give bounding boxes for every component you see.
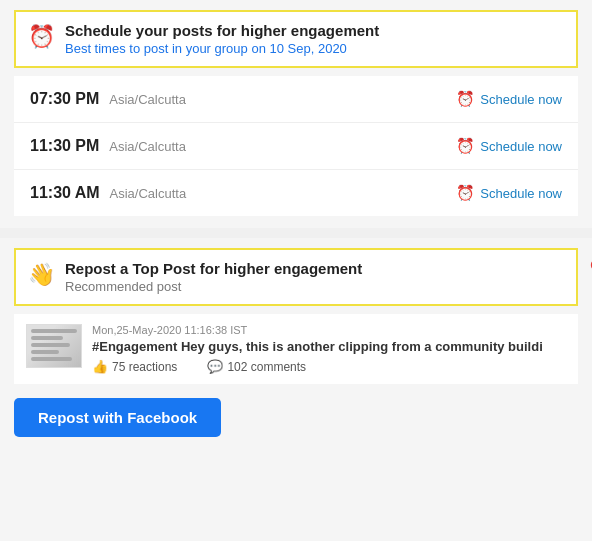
time-slot-1: 07:30 PM Asia/Calcutta ⏰ Schedule now [14,76,578,123]
schedule-now-button-3[interactable]: ⏰ Schedule now [456,184,562,202]
alarm-icon-3: ⏰ [456,184,475,202]
time-slot-2-time: 11:30 PM Asia/Calcutta [30,137,186,155]
section-g-subtitle: Recommended post [65,279,362,294]
clock-icon: ⏰ [28,24,55,50]
schedule-now-button-1[interactable]: ⏰ Schedule now [456,90,562,108]
section-f-title: Schedule your posts for higher engagemen… [65,22,379,39]
time-slot-3: 11:30 AM Asia/Calcutta ⏰ Schedule now [14,170,578,216]
section-f-subtitle: Best times to post in your group on 10 S… [65,41,379,56]
time-slot-1-time: 07:30 PM Asia/Calcutta [30,90,186,108]
post-thumbnail [26,324,82,368]
section-g-title: Repost a Top Post for higher engagement [65,260,362,277]
schedule-now-button-2[interactable]: ⏰ Schedule now [456,137,562,155]
time-slots-container: 07:30 PM Asia/Calcutta ⏰ Schedule now 11… [14,76,578,216]
comments-count: 102 comments [227,360,306,374]
time-slot-2: 11:30 PM Asia/Calcutta ⏰ Schedule now [14,123,578,170]
repost-button[interactable]: Repost with Facebook [14,398,221,437]
reactions-stat: 👍 75 reactions [92,359,177,374]
comment-icon: 💬 [207,359,223,374]
alarm-icon-2: ⏰ [456,137,475,155]
wave-icon: 👋 [28,262,55,288]
section-g-banner: 👋 Repost a Top Post for higher engagemen… [14,248,578,306]
post-stats: 👍 75 reactions 💬 102 comments [92,359,543,374]
section-f-banner: ⏰ Schedule your posts for higher engagem… [14,10,578,68]
thumbs-up-icon: 👍 [92,359,108,374]
comments-stat: 💬 102 comments [207,359,306,374]
post-date: Mon,25-May-2020 11:16:38 IST [92,324,543,336]
section-divider [0,228,592,238]
time-slot-3-time: 11:30 AM Asia/Calcutta [30,184,186,202]
reactions-count: 75 reactions [112,360,177,374]
alarm-icon-1: ⏰ [456,90,475,108]
post-text: #Engagement Hey guys, this is another cl… [92,339,543,354]
post-content: Mon,25-May-2020 11:16:38 IST #Engagement… [92,324,543,374]
post-card: Mon,25-May-2020 11:16:38 IST #Engagement… [14,314,578,384]
